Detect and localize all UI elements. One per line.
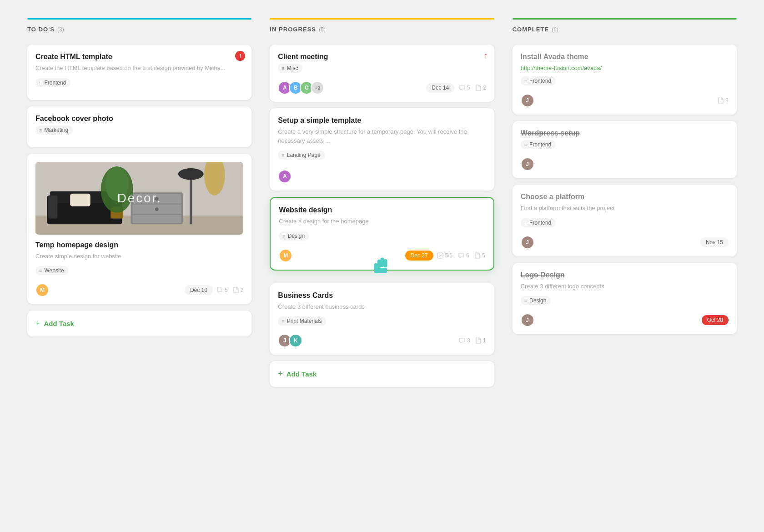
card-desc: Create the HTML template based on the fi… (35, 64, 243, 73)
column-complete: COMPLETE (6) Install Avada theme http://… (513, 18, 737, 341)
card-footer: J 9 (521, 94, 729, 107)
tag-icon: ≡ (39, 127, 42, 133)
card-title: Create HTML template (35, 53, 243, 61)
tag-label: Frontend (529, 141, 551, 148)
tag-label: Marketing (44, 127, 68, 133)
date-badge: Nov 15 (700, 237, 729, 247)
card-tag: ≡ Print Materials (278, 316, 326, 326)
card-title: Temp homepage design (35, 241, 243, 249)
card-footer: J Oct 28 (521, 313, 729, 327)
card-title: Business Cards (278, 291, 486, 300)
card-facebook-cover[interactable]: Facebook cover photo ≡ Marketing (27, 106, 251, 147)
card-create-html[interactable]: ! Create HTML template Create the HTML t… (27, 45, 251, 100)
add-task-todo[interactable]: + Add Task (27, 311, 251, 336)
card-tag: ≡ Marketing (35, 125, 73, 135)
card-avatars: J (521, 236, 532, 249)
card-footer: A B C +2 Dec 14 5 2 (278, 81, 486, 95)
svg-rect-23 (374, 263, 377, 271)
add-plus-icon: + (278, 369, 283, 379)
complete-title: COMPLETE (513, 26, 549, 33)
card-tag: ≡ Design (521, 296, 551, 305)
complete-header: COMPLETE (6) (513, 26, 737, 37)
tag-icon: ≡ (39, 268, 42, 273)
card-tag: ≡ Frontend (521, 140, 556, 149)
card-desc: Find a platform that suits the project (521, 204, 729, 213)
card-avatars: J K (278, 334, 300, 347)
todo-count: (3) (57, 26, 64, 33)
files-meta: 2 (233, 287, 244, 293)
card-footer: J (521, 157, 729, 171)
card-wordpress-setup[interactable]: Wordpress setup ≡ Frontend J (513, 121, 737, 178)
card-title: Choose a platform (521, 193, 729, 201)
decor-scene: Decor. (35, 162, 243, 235)
avatar: A (278, 170, 292, 183)
card-website-design[interactable]: Website design Create a design for the h… (270, 197, 494, 271)
avatar: K (289, 334, 302, 347)
tag-label: Frontend (44, 80, 66, 86)
tag-icon: ≡ (281, 152, 284, 158)
card-avatars: J (521, 157, 532, 171)
inprogress-title: IN PROGRESS (270, 26, 316, 33)
date-badge-orange: Dec 27 (405, 251, 433, 261)
avatar: J (521, 94, 534, 107)
tag-icon: ≡ (524, 78, 527, 84)
card-desc: Create simple design for website (35, 252, 243, 261)
inprogress-count: (5) (319, 26, 326, 33)
card-desc: Create 3 different logo concepts (521, 282, 729, 291)
tag-label: Frontend (529, 220, 551, 226)
card-avatars: J (521, 94, 532, 107)
card-logo-design[interactable]: Logo Design Create 3 different logo conc… (513, 263, 737, 335)
inprogress-header: IN PROGRESS (5) (270, 26, 494, 37)
card-avatars: J (521, 313, 532, 327)
card-title: Wordpress setup (521, 129, 729, 137)
files-meta: 9 (718, 97, 729, 104)
card-business-cards[interactable]: Business Cards Create 3 different busine… (270, 283, 494, 355)
card-setup-template[interactable]: Setup a simple template Create a very si… (270, 108, 494, 191)
date-badge-red: Oct 28 (702, 315, 729, 325)
card-avatars: M (35, 283, 46, 297)
decor-text: Decor. (117, 191, 162, 206)
svg-point-12 (155, 207, 159, 211)
card-tag: ≡ Landing Page (278, 151, 325, 160)
card-title: Client meeting (278, 53, 486, 61)
avada-link[interactable]: http://theme-fusion.com/avada/ (521, 65, 602, 71)
card-footer: M Dec 10 5 2 (35, 283, 243, 297)
add-task-inprogress[interactable]: + Add Task (270, 361, 494, 387)
card-temp-homepage[interactable]: Decor. Temp homepage design Create simpl… (27, 154, 251, 305)
avatar: J (521, 236, 534, 249)
card-tag: ≡ Website (35, 266, 69, 275)
card-client-meeting[interactable]: ↑ Client meeting ≡ Misc A B C +2 Dec 14 (270, 45, 494, 102)
card-choose-platform[interactable]: Choose a platform Find a platform that s… (513, 185, 737, 256)
tag-label: Frontend (529, 78, 551, 84)
meta-icons: 5 2 (216, 287, 243, 293)
svg-rect-10 (132, 215, 181, 223)
checklist-meta: 5/5 (437, 252, 453, 259)
todo-title: TO DO'S (27, 26, 55, 33)
meta-icons: 5/5 6 5 (437, 252, 485, 259)
tag-label: Design (288, 233, 305, 239)
avatar: M (35, 283, 49, 297)
add-task-label: Add Task (44, 320, 74, 327)
avatar: M (279, 249, 292, 262)
tag-label: Landing Page (287, 152, 321, 158)
tag-label: Print Materials (287, 318, 322, 324)
card-install-avada[interactable]: Install Avada theme http://theme-fusion.… (513, 45, 737, 115)
card-desc: Create a very simple structure for a tem… (278, 127, 486, 145)
column-inprogress: IN PROGRESS (5) ↑ Client meeting ≡ Misc … (270, 18, 494, 387)
inprogress-bar (270, 18, 494, 20)
card-title: Setup a simple template (278, 116, 486, 125)
card-title: Logo Design (521, 271, 729, 279)
comments-meta: 5 (216, 287, 228, 293)
card-title: Facebook cover photo (35, 115, 243, 123)
card-title: Website design (279, 206, 485, 214)
add-plus-icon: + (35, 319, 40, 328)
avatar-extra: +2 (311, 81, 324, 95)
comments-meta: 6 (458, 252, 469, 259)
meta-icons: 9 (718, 97, 729, 104)
card-footer: M Dec 27 5/5 6 (279, 249, 485, 262)
card-tag: ≡ Frontend (521, 76, 556, 85)
tag-label: Website (44, 267, 64, 274)
date-badge: Dec 10 (185, 285, 213, 295)
card-desc: Create a design for the homepage (279, 217, 485, 226)
svg-rect-13 (190, 175, 192, 224)
